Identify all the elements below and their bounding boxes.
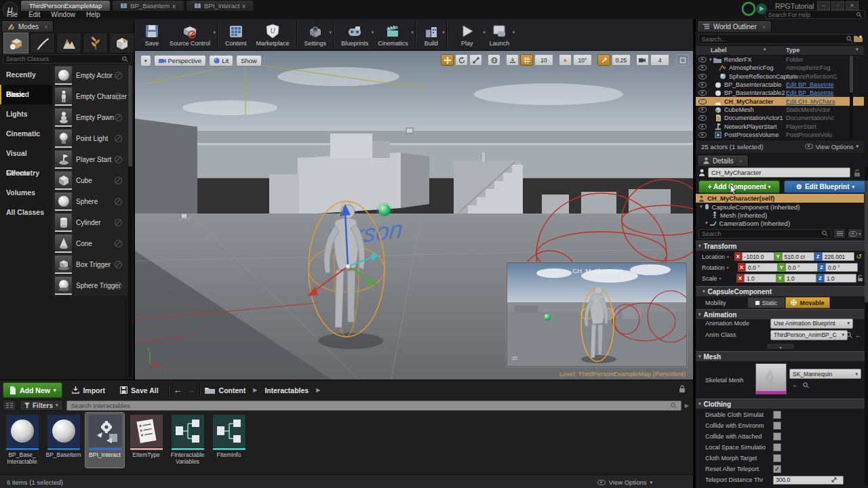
anim-class-select[interactable]: ThirdPerson_AnimBP_C▾ [770, 330, 848, 340]
place-item-cube[interactable]: Cube [53, 170, 127, 191]
component-self[interactable]: CH_MyCharacter(self) [696, 194, 864, 203]
source-control-button[interactable]: Source Control▾ [165, 19, 215, 50]
add-component-button[interactable]: + Add Component▾ [698, 180, 780, 193]
checkbox[interactable] [773, 422, 781, 430]
component-cameraboom[interactable]: ▾ CameraBoom (Inherited) [696, 219, 864, 227]
maximize-button[interactable]: ▫ [831, 1, 844, 10]
location-y-field[interactable]: 510.0 cr [782, 252, 814, 261]
mode-landscape-button[interactable] [56, 33, 81, 54]
visibility-eye-icon[interactable] [698, 115, 707, 121]
outliner-row-documentationactor1[interactable]: DocumentationActor1 DocumentationAc [696, 114, 864, 122]
filters-button[interactable]: Filters▾ [20, 400, 63, 411]
location-x-field[interactable]: -1010.0 [742, 252, 774, 261]
asset-bp-base-interactable[interactable]: BP_Base_Interactable [3, 413, 41, 468]
rotate-tool-button[interactable] [455, 54, 468, 66]
grid-snap-button[interactable] [520, 54, 533, 66]
display-filter-button[interactable]: ▾ [848, 228, 863, 239]
outliner-row-renderfx[interactable]: ▾ RenderFX Folder [696, 56, 864, 64]
viewport[interactable]: Person [135, 51, 693, 380]
outliner-row-spherereflectioncapture[interactable]: SphereReflectionCapture SphereReflection… [696, 73, 864, 81]
breadcrumb-interactables[interactable]: Interactables [264, 386, 309, 394]
cinematics-button[interactable]: Cinematics▾ [373, 19, 413, 50]
menu-help[interactable]: Help [81, 10, 106, 19]
category-visual-effects[interactable]: Visual Effects [0, 144, 52, 163]
outliner-search[interactable]: Search... [698, 34, 856, 44]
grid-snap-value[interactable]: 10 [534, 54, 553, 66]
scale-lock-icon[interactable] [857, 274, 863, 282]
mode-foliage-button[interactable] [83, 33, 108, 54]
content-search-input[interactable]: Search Interactables [66, 401, 682, 411]
rotation-x-field[interactable]: 0.0 ° [745, 263, 778, 272]
perspective-button[interactable]: Perspective [154, 55, 207, 66]
rotation-y-field[interactable]: 0.0 ° [785, 263, 818, 272]
scale-z-field[interactable]: 1.0 [824, 274, 856, 283]
scale-y-field[interactable]: 1.0 [784, 274, 816, 283]
outliner-view-options[interactable]: View Options▾ [805, 143, 859, 150]
rotation-z-field[interactable]: 0.0 ° [825, 263, 858, 272]
skeletal-mesh-select[interactable]: SK_Mannequin▾ [789, 369, 861, 379]
surface-snap-button[interactable] [506, 54, 519, 66]
checkbox[interactable]: ✓ [773, 465, 781, 473]
new-folder-icon[interactable] [853, 34, 864, 43]
mobility-static-button[interactable]: Static [747, 297, 785, 308]
capsule-section-header[interactable]: ▾CapsuleComponent [696, 286, 867, 296]
camera-speed-button[interactable] [636, 54, 649, 66]
add-new-button[interactable]: Add New▾ [3, 382, 62, 398]
outliner-row-ch-mycharacter[interactable]: CH_MyCharacter Edit CH_MyChara [696, 97, 864, 105]
outliner-row-bp-baseinteractable[interactable]: BP_BaseInteractable Edit BP_BaseInte [696, 81, 864, 89]
asset-fiteminfo[interactable]: FItemInfo [210, 413, 248, 468]
checkbox[interactable] [773, 454, 781, 462]
visibility-eye-icon[interactable] [698, 82, 707, 87]
translate-tool-button[interactable] [441, 54, 454, 66]
menu-file[interactable]: File [1, 10, 23, 19]
category-recently-placed[interactable]: Recently Placed [0, 65, 52, 85]
outliner-row-bp-baseinteractable2[interactable]: BP_BaseInteractable2 Edit BP_BaseInte [696, 89, 864, 97]
outliner-row-atmosphericfog[interactable]: AtmosphericFog AtmosphericFog [696, 64, 864, 72]
viewport-options-button[interactable]: ▾ [140, 55, 151, 66]
details-tab[interactable]: Detailsx [697, 155, 749, 166]
camera-speed-value[interactable]: 4 [650, 54, 669, 66]
outliner-row-cubemesh[interactable]: CubeMesh StaticMeshActor [696, 106, 864, 114]
asset-bpi-interact[interactable]: BPI_Interact [85, 413, 124, 468]
visibility-eye-icon[interactable] [698, 57, 707, 62]
tab-bpi-interact[interactable]: BPI_Interactx [186, 0, 254, 11]
scale-snap-button[interactable] [597, 54, 610, 66]
place-item-point-light[interactable]: Point Light [53, 128, 127, 149]
breadcrumb-content[interactable]: Content [219, 386, 246, 394]
clothing-section-header[interactable]: ▾Clothing [696, 399, 867, 409]
tab-thirdpersonexamplemap[interactable]: ThirdPersonExampleMap [20, 0, 111, 11]
browse-icon[interactable] [846, 332, 852, 338]
skeletal-mesh-thumbnail[interactable] [755, 363, 787, 394]
content-button[interactable]: Content [220, 19, 252, 50]
place-item-box-trigger[interactable]: Box Trigger [53, 254, 127, 275]
sources-panel-button[interactable] [3, 400, 16, 411]
checkbox[interactable] [773, 443, 781, 451]
save-all-button[interactable]: Save All [115, 383, 163, 397]
minimize-button[interactable]: – [817, 1, 830, 10]
transform-section-header[interactable]: ▾Transform [696, 241, 867, 251]
edit-blueprint-button[interactable]: ⚙ Edit Blueprint▾ [784, 180, 867, 193]
mesh-section-header[interactable]: ▾Mesh [696, 351, 867, 361]
import-button[interactable]: Import [66, 383, 111, 397]
lit-button[interactable]: Lit [209, 55, 233, 66]
asset-bp-baseitem[interactable]: BP_BaseItem [44, 413, 83, 468]
place-item-player-start[interactable]: Player Start [53, 149, 127, 170]
blueprints-button[interactable]: Blueprints▾ [336, 19, 373, 50]
maximize-viewport-button[interactable] [676, 54, 689, 66]
save-button[interactable]: Save [139, 19, 165, 50]
details-search[interactable]: Search [698, 229, 831, 239]
mobility-movable-button[interactable]: Movable [785, 297, 830, 308]
visibility-eye-icon[interactable] [698, 107, 707, 113]
rotation-snap-value[interactable]: 10° [573, 54, 592, 66]
marketplace-button[interactable]: U Marketplace [252, 19, 294, 50]
use-selected-icon[interactable]: ← [855, 331, 862, 339]
checkbox[interactable] [773, 432, 781, 441]
category-cinematic[interactable]: Cinematic [0, 124, 52, 144]
visibility-eye-icon[interactable] [698, 99, 707, 104]
outliner-header[interactable]: Label ▴ Type ▾ [696, 46, 864, 56]
outliner-scrollbar[interactable] [850, 56, 853, 138]
modes-search[interactable]: Search Classes [3, 54, 132, 64]
category-volumes[interactable]: Volumes [0, 183, 52, 203]
settings-button[interactable]: Settings▾ [300, 19, 332, 50]
visibility-eye-icon[interactable] [698, 65, 707, 70]
